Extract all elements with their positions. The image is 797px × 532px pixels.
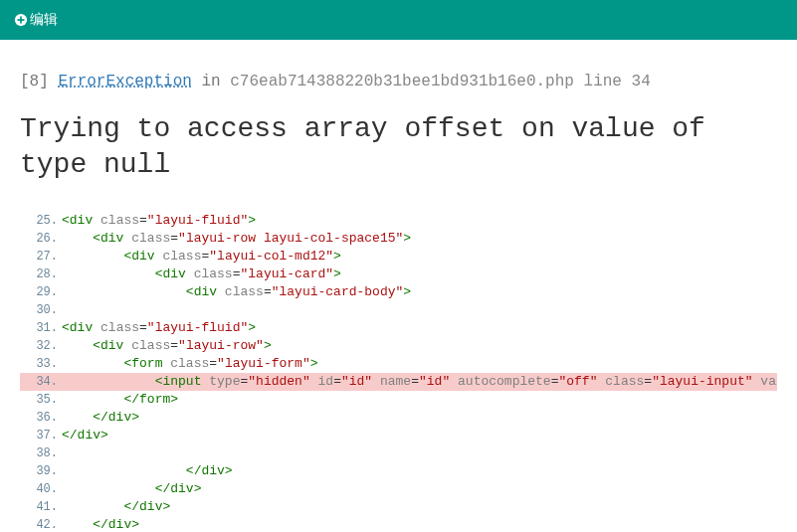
code-line: 33. <form class="layui-form"> [20,355,777,373]
line-number: 41. [20,498,62,516]
code-text: </div> [62,480,777,498]
line-number: 32. [20,337,62,355]
code-line: 36. </div> [20,409,777,427]
code-text: </div> [62,462,777,480]
code-text: </form> [62,391,777,409]
line-number: 35. [20,391,62,409]
code-text: <form class="layui-form"> [62,355,777,373]
svg-rect-2 [18,19,25,21]
line-number: 27. [20,248,62,266]
error-page: [8] ErrorException in c76eab714388220b31… [0,40,797,532]
error-code: [8] [20,73,49,90]
code-text: <div class="layui-row layui-col-space15"… [62,230,777,248]
error-file: c76eab714388220b31bee1bd931b16e0.php [230,73,574,90]
code-text: <div class="layui-fluid"> [62,212,777,230]
line-number: 29. [20,283,62,301]
edit-button[interactable]: 编辑 [14,11,58,29]
code-line: 32. <div class="layui-row"> [20,337,777,355]
in-text: in [201,73,220,90]
code-text: <div class="layui-fluid"> [62,319,777,337]
code-line: 28. <div class="layui-card"> [20,266,777,283]
code-text: <div class="layui-card-body"> [62,283,777,301]
code-line: 39. </div> [20,462,777,480]
line-number: 31. [20,319,62,337]
line-number: 34. [20,373,62,391]
code-line: 42. </div> [20,516,777,532]
code-text: <input type="hidden" id="id" name="id" a… [62,373,777,391]
line-number: 37. [20,427,62,444]
code-text: </div> [62,516,777,532]
line-number: 25. [20,212,62,230]
plus-circle-icon [14,13,28,27]
line-number: 38. [20,444,62,462]
code-text: </div> [62,427,777,444]
line-number: 33. [20,355,62,373]
line-number: 40. [20,480,62,498]
code-line: 34. <input type="hidden" id="id" name="i… [20,373,777,391]
error-header: [8] ErrorException in c76eab714388220b31… [20,70,777,93]
line-number: 42. [20,516,62,532]
code-line: 25.<div class="layui-fluid"> [20,212,777,230]
code-line: 37.</div> [20,427,777,444]
line-number: 28. [20,266,62,283]
code-text: </div> [62,409,777,427]
code-text: <div class="layui-col-md12"> [62,248,777,266]
error-message: Trying to access array offset on value o… [20,111,777,184]
code-line: 40. </div> [20,480,777,498]
code-listing: 25.<div class="layui-fluid">26. <div cla… [20,212,777,532]
header-bar: 编辑 [0,0,797,40]
code-text: <div class="layui-row"> [62,337,777,355]
code-line: 38. [20,444,777,462]
code-text: <div class="layui-card"> [62,266,777,283]
code-line: 30. [20,301,777,319]
code-line: 27. <div class="layui-col-md12"> [20,248,777,266]
line-number: 30. [20,301,62,319]
code-line: 29. <div class="layui-card-body"> [20,283,777,301]
code-line: 26. <div class="layui-row layui-col-spac… [20,230,777,248]
line-number: 36. [20,409,62,427]
line-number: 39. [20,462,62,480]
code-line: 35. </form> [20,391,777,409]
error-line: 34 [632,73,651,90]
code-text: </div> [62,498,777,516]
line-label: line [584,73,622,90]
code-line: 31.<div class="layui-fluid"> [20,319,777,337]
error-class-link[interactable]: ErrorException [58,73,191,90]
line-number: 26. [20,230,62,248]
edit-button-label: 编辑 [30,11,58,29]
code-line: 41. </div> [20,498,777,516]
